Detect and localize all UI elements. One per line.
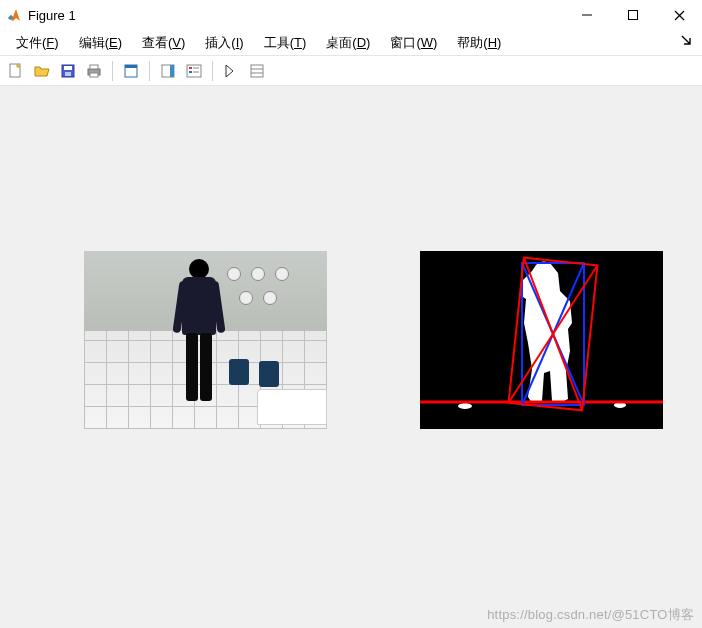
new-figure-button[interactable] <box>4 59 28 83</box>
toolbar-separator <box>112 61 113 81</box>
person-silhouette <box>174 259 224 404</box>
figure-canvas[interactable] <box>0 86 702 628</box>
subplot-1-camera[interactable] <box>84 251 327 429</box>
svg-rect-1 <box>629 11 638 20</box>
svg-point-24 <box>458 403 472 409</box>
svg-rect-12 <box>125 65 137 68</box>
svg-rect-14 <box>170 65 174 77</box>
menu-window[interactable]: 窗口(W) <box>380 32 447 54</box>
toolbar <box>0 56 702 86</box>
menu-view[interactable]: 查看(V) <box>132 32 195 54</box>
maximize-button[interactable] <box>610 0 656 30</box>
close-button[interactable] <box>656 0 702 30</box>
legend-button[interactable] <box>182 59 206 83</box>
camera-frame <box>84 251 327 429</box>
bench <box>257 389 327 425</box>
property-inspector-button[interactable] <box>245 59 269 83</box>
window-title: Figure 1 <box>28 8 564 23</box>
svg-rect-17 <box>189 71 192 73</box>
menu-help[interactable]: 帮助(H) <box>447 32 511 54</box>
menu-edit[interactable]: 编辑(E) <box>69 32 132 54</box>
figure-window: Figure 1 文件(F) 编辑(E) 查看(V) 插入(I) 工具(T) 桌… <box>0 0 702 628</box>
subplot-2-mask[interactable] <box>420 251 663 429</box>
minimize-button[interactable] <box>564 0 610 30</box>
svg-rect-9 <box>90 65 98 69</box>
menu-tools[interactable]: 工具(T) <box>254 32 317 54</box>
svg-rect-7 <box>65 72 71 76</box>
toolbar-separator <box>149 61 150 81</box>
watermark-text: https://blog.csdn.net/@51CTO博客 <box>487 606 694 624</box>
menu-file[interactable]: 文件(F) <box>6 32 69 54</box>
toolbar-separator <box>212 61 213 81</box>
svg-rect-16 <box>189 67 192 69</box>
menu-insert[interactable]: 插入(I) <box>195 32 253 54</box>
svg-rect-6 <box>64 66 72 70</box>
title-bar: Figure 1 <box>0 0 702 30</box>
device <box>229 359 249 385</box>
open-file-button[interactable] <box>30 59 54 83</box>
window-controls <box>564 0 702 30</box>
menu-desktop[interactable]: 桌面(D) <box>316 32 380 54</box>
device <box>259 361 279 387</box>
menu-bar: 文件(F) 编辑(E) 查看(V) 插入(I) 工具(T) 桌面(D) 窗口(W… <box>0 30 702 56</box>
segmentation-view <box>420 251 663 429</box>
colorbar-button[interactable] <box>156 59 180 83</box>
link-plot-button[interactable] <box>119 59 143 83</box>
svg-rect-20 <box>251 65 263 77</box>
lab-equipment <box>221 263 321 343</box>
print-button[interactable] <box>82 59 106 83</box>
matlab-icon <box>6 7 22 23</box>
undock-icon[interactable] <box>680 34 696 50</box>
save-button[interactable] <box>56 59 80 83</box>
svg-rect-10 <box>90 73 98 77</box>
edit-plot-button[interactable] <box>219 59 243 83</box>
